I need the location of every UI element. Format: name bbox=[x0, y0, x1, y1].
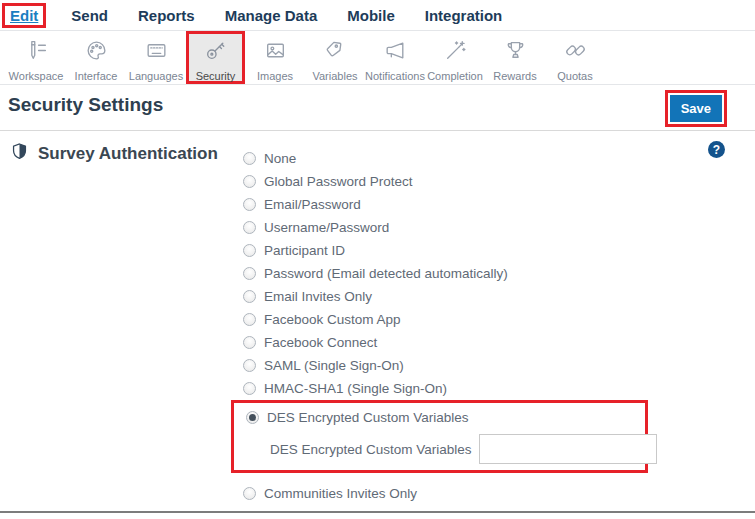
des-input-row: DES Encrypted Custom Variables bbox=[246, 434, 645, 464]
radio-option-facebook-custom-app[interactable]: Facebook Custom App bbox=[243, 308, 755, 331]
radio-button[interactable] bbox=[243, 221, 256, 234]
radio-button[interactable] bbox=[243, 313, 256, 326]
tool-variables[interactable]: Variables bbox=[305, 31, 365, 84]
save-button[interactable]: Save bbox=[670, 95, 722, 122]
radio-button[interactable] bbox=[243, 336, 256, 349]
radio-button[interactable] bbox=[243, 487, 256, 500]
bottom-divider bbox=[0, 511, 755, 513]
nav-item-manage-data[interactable]: Manage Data bbox=[210, 4, 333, 27]
shield-icon bbox=[10, 142, 29, 165]
des-annotation-box: DES Encrypted Custom Variables DES Encry… bbox=[231, 400, 648, 473]
nav-item-edit[interactable]: Edit bbox=[2, 3, 46, 28]
nav-item-send[interactable]: Send bbox=[56, 4, 123, 27]
radio-button[interactable] bbox=[243, 244, 256, 257]
tool-label: Quotas bbox=[557, 70, 592, 82]
tool-security[interactable]: Security bbox=[186, 31, 245, 84]
radio-button[interactable] bbox=[243, 290, 256, 303]
security-icon bbox=[203, 38, 228, 67]
tool-interface[interactable]: Interface bbox=[66, 31, 126, 84]
radio-option-participant-id[interactable]: Participant ID bbox=[243, 239, 755, 262]
tool-notifications[interactable]: Notifications bbox=[365, 31, 425, 84]
tool-label: Workspace bbox=[9, 70, 64, 82]
radio-option-des-encrypted-custom-variables[interactable]: DES Encrypted Custom Variables bbox=[246, 406, 645, 429]
des-custom-variables-input[interactable] bbox=[479, 434, 657, 464]
section-title: Survey Authentication bbox=[38, 144, 218, 164]
tool-label: Completion bbox=[427, 70, 483, 82]
des-input-label: DES Encrypted Custom Variables bbox=[270, 442, 472, 457]
radio-option-communities-invites-only[interactable]: Communities Invites Only bbox=[243, 482, 755, 505]
section-head: Survey Authentication bbox=[10, 142, 218, 165]
radio-button[interactable] bbox=[243, 175, 256, 188]
page-title: Security Settings bbox=[8, 94, 163, 116]
tool-languages[interactable]: Languages bbox=[126, 31, 186, 84]
radio-button[interactable] bbox=[243, 267, 256, 280]
radio-option-hmac-sha1-sso[interactable]: HMAC-SHA1 (Single Sign-On) bbox=[243, 377, 755, 400]
survey-authentication-section: Survey Authentication ? None Global Pass… bbox=[0, 131, 755, 505]
radio-button[interactable] bbox=[243, 359, 256, 372]
workspace-icon bbox=[24, 38, 49, 67]
radio-option-none[interactable]: None bbox=[243, 147, 755, 170]
radio-option-saml-sso[interactable]: SAML (Single Sign-On) bbox=[243, 354, 755, 377]
tool-label: Rewards bbox=[493, 70, 536, 82]
tool-label: Languages bbox=[129, 70, 183, 82]
languages-icon bbox=[144, 38, 169, 67]
tool-label: Variables bbox=[312, 70, 357, 82]
tool-completion[interactable]: Completion bbox=[425, 31, 485, 84]
radio-option-global-password-protect[interactable]: Global Password Protect bbox=[243, 170, 755, 193]
nav-item-mobile[interactable]: Mobile bbox=[332, 4, 410, 27]
tool-label: Interface bbox=[75, 70, 118, 82]
radio-option-email-invites-only[interactable]: Email Invites Only bbox=[243, 285, 755, 308]
radio-button[interactable] bbox=[243, 198, 256, 211]
radio-option-username-password[interactable]: Username/Password bbox=[243, 216, 755, 239]
authentication-options: None Global Password Protect Email/Passw… bbox=[243, 131, 755, 505]
settings-toolbar: Workspace Interface Languages Security I… bbox=[0, 31, 755, 85]
tool-workspace[interactable]: Workspace bbox=[6, 31, 66, 84]
tool-label: Images bbox=[257, 70, 293, 82]
radio-option-password-email-auto[interactable]: Password (Email detected automatically) bbox=[243, 262, 755, 285]
images-icon bbox=[263, 38, 288, 67]
radio-button[interactable] bbox=[243, 152, 256, 165]
top-nav: Edit Send Reports Manage Data Mobile Int… bbox=[0, 0, 755, 31]
tool-rewards[interactable]: Rewards bbox=[485, 31, 545, 84]
quotas-icon bbox=[563, 38, 588, 67]
radio-option-facebook-connect[interactable]: Facebook Connect bbox=[243, 331, 755, 354]
radio-option-email-password[interactable]: Email/Password bbox=[243, 193, 755, 216]
rewards-icon bbox=[503, 38, 528, 67]
tool-quotas[interactable]: Quotas bbox=[545, 31, 605, 84]
notifications-icon bbox=[383, 38, 408, 67]
page-header: Security Settings Save bbox=[0, 85, 755, 131]
tool-label: Security bbox=[196, 70, 236, 82]
radio-button[interactable] bbox=[246, 411, 259, 424]
nav-item-reports[interactable]: Reports bbox=[123, 4, 210, 27]
interface-icon bbox=[84, 38, 109, 67]
radio-button[interactable] bbox=[243, 382, 256, 395]
tool-label: Notifications bbox=[365, 70, 425, 82]
completion-icon bbox=[443, 38, 468, 67]
tool-images[interactable]: Images bbox=[245, 31, 305, 84]
nav-item-integration[interactable]: Integration bbox=[410, 4, 518, 27]
save-annotation-box: Save bbox=[665, 90, 727, 127]
help-icon[interactable]: ? bbox=[708, 141, 725, 158]
variables-icon bbox=[323, 38, 348, 67]
